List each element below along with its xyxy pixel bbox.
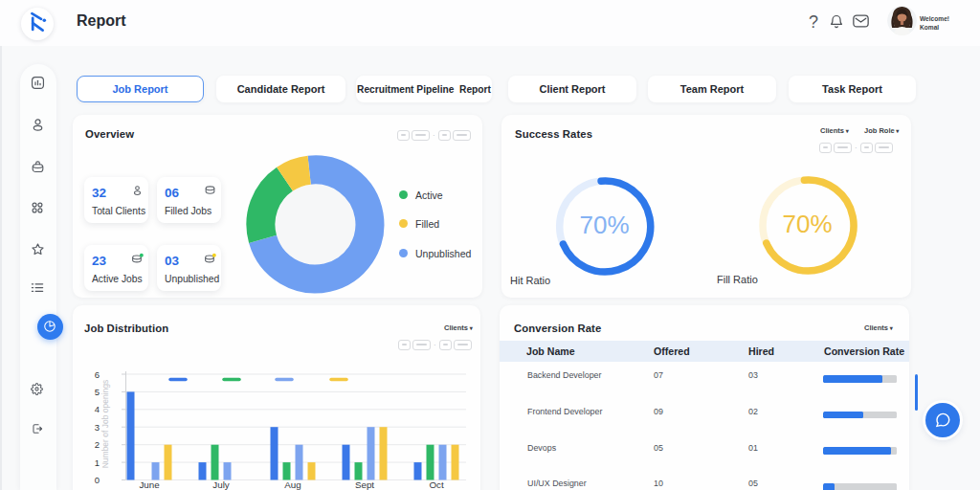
svg-text:2: 2 — [95, 439, 100, 450]
svg-text:Sept: Sept — [355, 479, 374, 490]
svg-text:June: June — [139, 479, 160, 490]
svg-text:July: July — [212, 479, 230, 490]
svg-text:0: 0 — [95, 475, 100, 485]
svg-text:Aug: Aug — [284, 479, 301, 490]
svg-text:5: 5 — [95, 387, 100, 397]
svg-text:Number of Job openings: Number of Job openings — [100, 380, 110, 469]
svg-text:Oct: Oct — [429, 479, 444, 490]
svg-text:4: 4 — [95, 404, 100, 414]
svg-text:3: 3 — [95, 422, 100, 433]
svg-text:6: 6 — [95, 369, 100, 380]
svg-text:1: 1 — [95, 457, 100, 468]
